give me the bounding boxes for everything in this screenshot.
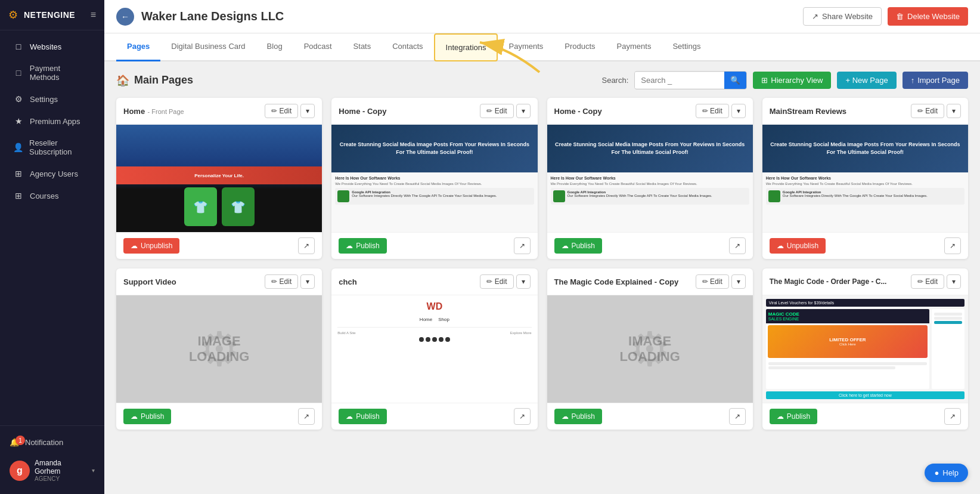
trash-icon: 🗑 (896, 12, 904, 21)
tab-payments[interactable]: Payments (498, 33, 554, 61)
user-info: Amanda Gorhem AGENCY (35, 459, 87, 482)
tab-pages[interactable]: Pages (116, 33, 160, 61)
tab-podcast[interactable]: Podcast (293, 33, 343, 61)
import-page-button[interactable]: ↑ Import Page (903, 72, 968, 89)
page-name-mainstream: MainStream Reviews (770, 107, 846, 116)
search-button[interactable]: 🔍 (724, 72, 746, 89)
tab-stats[interactable]: Stats (343, 33, 382, 61)
dropdown-magic-order-button[interactable]: ▾ (947, 274, 961, 289)
dropdown-home-copy-2-button[interactable]: ▾ (731, 104, 746, 118)
external-support-button[interactable]: ↗ (298, 408, 315, 425)
cloud-icon-3: ☁ (777, 242, 784, 250)
help-button[interactable]: ● Help (925, 464, 968, 482)
external-mainstream-button[interactable]: ↗ (944, 237, 961, 254)
hierarchy-view-button[interactable]: ⊞ Hierarchy View (753, 72, 831, 89)
external-chch-button[interactable]: ↗ (514, 408, 531, 425)
page-card-header-home-copy-2: Home - Copy ✏ Edit ▾ (547, 98, 753, 125)
edit-chch-button[interactable]: ✏ Edit (480, 274, 513, 289)
social-feature-2: Google API Integration Our Software Inte… (551, 188, 749, 205)
hamburger-icon[interactable]: ≡ (91, 10, 96, 20)
page-card-magic-explained: The Magic Code Explained - Copy ✏ Edit ▾… (547, 268, 753, 430)
chch-icon-2 (426, 337, 430, 342)
sidebar-item-premium-apps[interactable]: ★ Premium Apps (4, 110, 101, 132)
limited-offer-text: LIMITED OFFER (829, 337, 866, 342)
external-home-copy-1-button[interactable]: ↗ (514, 237, 531, 254)
tab-contacts[interactable]: Contacts (382, 33, 433, 61)
chch-nav-shop: Shop (438, 317, 449, 322)
unpublish-label-3: Unpublish (787, 242, 818, 250)
app-name: NETENGINE (24, 10, 75, 20)
tab-bar: Pages Digital Business Card Blog Podcast… (104, 33, 980, 61)
publish-magic-explained-button[interactable]: ☁ Publish (554, 409, 602, 424)
sidebar-item-payment-methods[interactable]: □ Payment Methods (4, 58, 101, 88)
social-hero-text-1: Create Stunning Social Media Image Posts… (336, 141, 532, 156)
delete-website-button[interactable]: 🗑 Delete Website (888, 7, 968, 26)
sidebar-item-reseller[interactable]: 👤 Reseller Subscription (4, 132, 101, 162)
page-footer-mainstream: ☁ Unpublish ↗ (762, 232, 968, 259)
page-card-home-copy-1: Home - Copy ✏ Edit ▾ Create Stunning Soc… (331, 98, 537, 259)
sidebar-item-courses[interactable]: ⊞ Courses (4, 185, 101, 206)
limited-offer-sub: Click Here (829, 342, 866, 346)
edit-magic-explained-button[interactable]: ✏ Edit (696, 274, 729, 289)
user-profile[interactable]: g Amanda Gorhem AGENCY ▾ (0, 453, 104, 488)
thumbnail-home: Personalize Your Life. 👕 👕 (116, 125, 322, 232)
magic-sales-badge: MAGIC CODE SALES ENGINE (766, 309, 929, 323)
section-header: 🏠 Main Pages Search: 🔍 ⊞ Hierarchy View … (116, 71, 968, 89)
publish-chch-button[interactable]: ☁ Publish (339, 409, 386, 424)
edit-home-copy-2-button[interactable]: ✏ Edit (696, 104, 729, 118)
publish-home-copy-2-button[interactable]: ☁ Publish (554, 238, 602, 254)
tab-integrations[interactable]: Integrations (434, 33, 498, 61)
external-home-copy-2-button[interactable]: ↗ (729, 237, 746, 254)
share-website-button[interactable]: ↗ Share Website (803, 7, 882, 26)
publish-magic-order-button[interactable]: ☁ Publish (770, 409, 817, 424)
user-role: AGENCY (35, 476, 87, 482)
search-input[interactable] (635, 72, 724, 88)
publish-label-4: Publish (141, 412, 164, 421)
thumbnail-home-copy-2: Create Stunning Social Media Image Posts… (547, 125, 753, 232)
page-card-header-mainstream: MainStream Reviews ✏ Edit ▾ (762, 98, 968, 125)
dropdown-chch-button[interactable]: ▾ (516, 274, 531, 289)
header-actions: ↗ Share Website 🗑 Delete Website (803, 7, 968, 26)
publish-home-copy-1-button[interactable]: ☁ Publish (339, 238, 386, 254)
external-magic-order-button[interactable]: ↗ (944, 408, 961, 425)
external-home-button[interactable]: ↗ (298, 237, 315, 254)
chch-content: Build A Site Explore More (337, 331, 531, 335)
tab-blog[interactable]: Blog (256, 33, 293, 61)
star-icon: ★ (13, 116, 24, 126)
new-page-button[interactable]: + New Page (837, 72, 896, 89)
cloud-icon-7: ☁ (777, 412, 784, 421)
social-feature-3: Google API Integration Our Software Inte… (766, 188, 965, 205)
back-button[interactable]: ← (116, 8, 134, 26)
section-title: 🏠 Main Pages (116, 74, 193, 87)
sidebar-item-agency-users[interactable]: ⊞ Agency Users (4, 163, 101, 184)
edit-magic-order-button[interactable]: ✏ Edit (911, 274, 944, 289)
sidebar-item-websites[interactable]: □ Websites (4, 36, 101, 57)
tab-payments2[interactable]: Payments (606, 33, 662, 61)
tab-settings[interactable]: Settings (662, 33, 711, 61)
social-content-1: Here Is How Our Software Works We Provid… (331, 172, 537, 232)
unpublish-mainstream-button[interactable]: ☁ Unpublish (770, 238, 826, 254)
social-how-2: Here Is How Our Software Works (551, 176, 749, 180)
edit-mainstream-button[interactable]: ✏ Edit (911, 104, 944, 118)
page-footer-chch: ☁ Publish ↗ (331, 403, 537, 430)
external-magic-explained-button[interactable]: ↗ (729, 408, 746, 425)
edit-home-button[interactable]: ✏ Edit (265, 104, 298, 118)
publish-support-button[interactable]: ☁ Publish (123, 409, 171, 424)
dropdown-magic-explained-button[interactable]: ▾ (731, 274, 746, 289)
edit-home-copy-1-button[interactable]: ✏ Edit (480, 104, 513, 118)
unpublish-home-button[interactable]: ☁ Unpublish (123, 238, 179, 254)
main-area: ← Waker Lane Designs LLC ↗ Share Website… (104, 0, 980, 494)
sidebar-item-settings[interactable]: ⚙ Settings (4, 88, 101, 110)
tab-products[interactable]: Products (554, 33, 606, 61)
dropdown-mainstream-button[interactable]: ▾ (947, 104, 961, 118)
dropdown-support-button[interactable]: ▾ (300, 274, 315, 289)
page-card-home-copy-2: Home - Copy ✏ Edit ▾ Create Stunning Soc… (547, 98, 753, 259)
page-footer-magic-explained: ☁ Publish ↗ (547, 403, 753, 430)
share-icon: ↗ (812, 12, 818, 21)
edit-support-button[interactable]: ✏ Edit (265, 274, 298, 289)
dropdown-home-copy-1-button[interactable]: ▾ (516, 104, 531, 118)
tab-digital-business-card[interactable]: Digital Business Card (160, 33, 256, 61)
notification-item[interactable]: 🔔 Notification 1 (0, 432, 104, 453)
dropdown-home-button[interactable]: ▾ (300, 104, 315, 118)
publish-label-5: Publish (356, 412, 379, 421)
